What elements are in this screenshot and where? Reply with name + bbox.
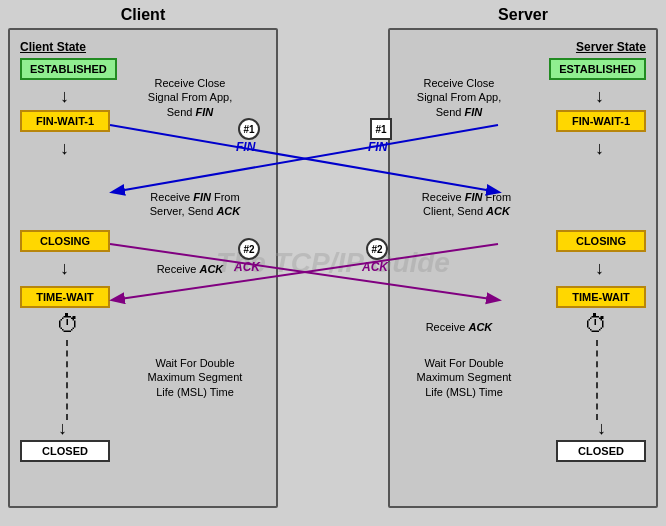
client-desc-4: Wait For DoubleMaximum SegmentLife (MSL)… <box>125 356 265 399</box>
arrow-1: ↓ <box>60 86 69 107</box>
server-timer-icon: ⏱ <box>584 310 608 338</box>
server-desc-3: Receive ACK <box>394 320 524 334</box>
fin1-client-fin-label: FIN <box>236 140 255 154</box>
server-desc-2: Receive FIN FromClient, Send ACK <box>394 190 539 219</box>
client-desc-1: Receive CloseSignal From App,Send FIN <box>125 76 255 119</box>
server-arrow-3: ↓ <box>595 258 604 279</box>
server-state-closing: CLOSING <box>556 230 646 252</box>
ack2-client-label: #2 <box>366 238 388 260</box>
server-state-time-wait: TIME-WAIT <box>556 286 646 308</box>
client-closed-box: CLOSED <box>20 440 110 462</box>
server-closed-box: CLOSED <box>556 440 646 462</box>
client-time-wait-box: TIME-WAIT <box>20 286 110 308</box>
server-arrow-2: ↓ <box>595 138 604 159</box>
ack2-server-label: #2 <box>238 238 260 260</box>
arrow-4: ↓ <box>58 418 67 439</box>
client-established-box: ESTABLISHED <box>20 58 117 80</box>
server-state-section-title: Server State <box>576 40 646 54</box>
server-fin-wait-1-box: FIN-WAIT-1 <box>556 110 646 132</box>
client-state-section-title: Client State <box>20 40 86 54</box>
server-closing-box: CLOSING <box>556 230 646 252</box>
client-state-fin-wait-1: FIN-WAIT-1 <box>20 110 110 132</box>
client-state-time-wait: TIME-WAIT <box>20 286 110 308</box>
server-state-closed: CLOSED <box>556 440 646 462</box>
main-container: Client Server Client State ESTABLISHED ↓… <box>0 0 666 526</box>
client-dashed-line <box>66 340 68 420</box>
client-fin-wait-1-box: FIN-WAIT-1 <box>20 110 110 132</box>
server-desc-4: Wait For DoubleMaximum SegmentLife (MSL)… <box>394 356 534 399</box>
fin1-server-fin-label: FIN <box>368 140 387 154</box>
server-arrow-1: ↓ <box>595 86 604 107</box>
server-time-wait-box: TIME-WAIT <box>556 286 646 308</box>
client-timer-icon: ⏱ <box>56 310 80 338</box>
client-desc-2: Receive FIN FromServer, Send ACK <box>125 190 265 219</box>
client-title: Client <box>8 6 278 24</box>
server-established-box: ESTABLISHED <box>549 58 646 80</box>
ack2-client-ack-label: ACK <box>362 260 388 274</box>
arrow-3: ↓ <box>60 258 69 279</box>
server-desc-1: Receive CloseSignal From App,Send FIN <box>394 76 524 119</box>
server-state-established: ESTABLISHED <box>549 58 646 80</box>
client-closing-box: CLOSING <box>20 230 110 252</box>
fin1-server-label: #1 <box>370 118 392 140</box>
arrow-2: ↓ <box>60 138 69 159</box>
client-state-closing: CLOSING <box>20 230 110 252</box>
client-state-closed: CLOSED <box>20 440 110 462</box>
client-state-established: ESTABLISHED <box>20 58 117 80</box>
ack2-server-ack-label: ACK <box>234 260 260 274</box>
fin1-client-label: #1 <box>238 118 260 140</box>
server-panel: Server State ESTABLISHED ↓ Receive Close… <box>388 28 658 508</box>
server-title: Server <box>388 6 658 24</box>
server-dashed-line <box>596 340 598 420</box>
server-state-fin-wait-1: FIN-WAIT-1 <box>556 110 646 132</box>
server-arrow-4: ↓ <box>597 418 606 439</box>
